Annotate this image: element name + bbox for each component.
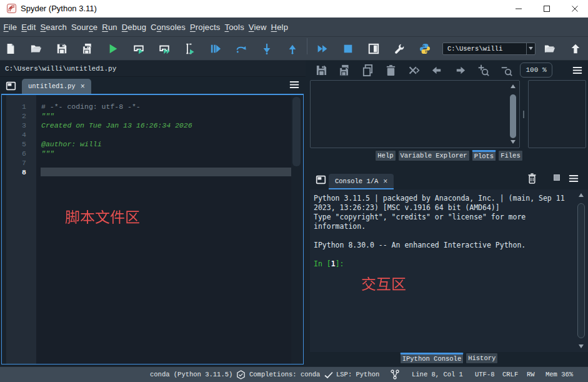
- scroll-up-icon[interactable]: [510, 83, 516, 89]
- console-line: information.: [314, 222, 565, 231]
- annotation-script-area: [65, 209, 140, 225]
- browse-working-directory-button[interactable]: [537, 38, 562, 59]
- continue-execution-button[interactable]: [309, 38, 335, 59]
- menu-consoles[interactable]: Consoles: [149, 20, 188, 34]
- run-cell-button[interactable]: [126, 38, 151, 59]
- console-tab-bar: Console 1/A ×: [310, 168, 588, 189]
- console-options-menu-button[interactable]: [569, 174, 579, 185]
- save-file-button[interactable]: [49, 38, 74, 59]
- encoding-status: UTF-8: [475, 367, 495, 382]
- editor-options-menu-button[interactable]: [289, 80, 299, 91]
- preferences-button[interactable]: [386, 38, 412, 59]
- menu-tools[interactable]: Tools: [222, 20, 246, 34]
- go-to-parent-directory-button[interactable]: [562, 38, 588, 59]
- tab-history[interactable]: History: [466, 353, 498, 364]
- previous-plot-button[interactable]: [426, 61, 449, 79]
- stop-debugging-button[interactable]: [335, 38, 361, 59]
- remove-all-plots-button[interactable]: [402, 61, 426, 79]
- plot-thumbnail-list: [528, 80, 586, 148]
- title-bar: Spyder (Python 3.11): [0, 0, 588, 18]
- zoom-out-button[interactable]: [495, 61, 518, 79]
- menu-view[interactable]: View: [246, 20, 269, 34]
- run-current-line-button[interactable]: [228, 38, 254, 59]
- plot-scrollbar-thumb[interactable]: [510, 94, 516, 138]
- editor-tab-close-icon[interactable]: ×: [81, 83, 85, 89]
- step-into-button[interactable]: [254, 38, 279, 59]
- code-text: # -*- coding: utf-8 -*-: [41, 102, 141, 111]
- menu-run[interactable]: Run: [100, 20, 119, 34]
- scroll-down-icon[interactable]: [510, 139, 516, 145]
- console-scrollbar-thumb[interactable]: [577, 203, 585, 338]
- working-directory-dropdown[interactable]: [526, 43, 535, 54]
- remove-plot-button[interactable]: [379, 61, 402, 79]
- plots-pane: 100 % HelpVariable ExplorerPlotsFiles: [310, 61, 588, 164]
- run-selection-button[interactable]: [177, 38, 202, 59]
- menu-debug[interactable]: Debug: [119, 20, 148, 34]
- tab-ipython-console[interactable]: IPython Console: [400, 353, 464, 364]
- tab-files[interactable]: Files: [498, 150, 523, 161]
- menu-help[interactable]: Help: [269, 20, 291, 34]
- editor-pane: C:\Users\willi\untitled1.py untitled1.py…: [0, 61, 306, 366]
- editor-tab-untitled1[interactable]: untitled1.py ×: [22, 79, 91, 94]
- console-scrollbar[interactable]: [576, 191, 587, 351]
- minimize-button[interactable]: [504, 0, 532, 18]
- close-console-button[interactable]: [527, 173, 537, 186]
- console-text: Python 3.11.5 | packaged by Anaconda, In…: [314, 194, 565, 269]
- plot-scrollbar[interactable]: [508, 82, 518, 146]
- console-bottom-tab-bar: IPython ConsoleHistory: [310, 353, 588, 366]
- code-area[interactable]: # -*- coding: utf-8 -*-"""Created on Tue…: [36, 95, 291, 364]
- editor-tab-label: untitled1.py: [28, 83, 76, 90]
- run-file-button[interactable]: [100, 38, 126, 59]
- step-return-button[interactable]: [279, 38, 305, 59]
- maximize-current-pane-button[interactable]: [361, 38, 386, 59]
- next-plot-button[interactable]: [449, 61, 472, 79]
- maximize-button[interactable]: [532, 0, 561, 18]
- line-number: 5: [7, 139, 26, 149]
- interpreter-status: conda (Python 3.11.5): [150, 367, 232, 382]
- toolbar-separator: [307, 38, 307, 54]
- close-button[interactable]: [561, 0, 588, 18]
- save-all-button[interactable]: [74, 38, 100, 59]
- editor-scrollbar[interactable]: [291, 95, 302, 364]
- code-line-1: # -*- coding: utf-8 -*-: [36, 102, 291, 111]
- pane-tab-bar: HelpVariable ExplorerPlotsFiles: [310, 150, 588, 164]
- plots-toolbar: 100 %: [310, 61, 588, 79]
- pythonpath-manager-button[interactable]: [412, 38, 437, 59]
- plots-splitter-handle[interactable]: [523, 111, 524, 118]
- menu-edit[interactable]: Edit: [19, 20, 38, 34]
- tab-help[interactable]: Help: [375, 150, 396, 161]
- console-tab-close-icon[interactable]: ×: [383, 178, 387, 184]
- annotation-char: [65, 209, 80, 225]
- console-pane: Console 1/A × Python 3.11.5 | packaged b…: [310, 168, 588, 366]
- save-all-plots-button[interactable]: [333, 61, 356, 79]
- editor-scrollbar-thumb[interactable]: [292, 97, 301, 166]
- menu-search[interactable]: Search: [38, 20, 69, 34]
- menu-projects[interactable]: Projects: [187, 20, 222, 34]
- menu-source[interactable]: Source: [69, 20, 99, 34]
- save-plot-button[interactable]: [310, 61, 333, 79]
- line-number: 7: [7, 158, 26, 168]
- debug-file-button[interactable]: [202, 38, 228, 59]
- plots-options-menu-button[interactable]: [572, 66, 582, 77]
- console-tab[interactable]: Console 1/A ×: [329, 174, 394, 189]
- menu-file[interactable]: File: [1, 20, 19, 34]
- code-editor[interactable]: 12345678 # -*- coding: utf-8 -*-"""Creat…: [1, 94, 304, 364]
- tab-variable-explorer[interactable]: Variable Explorer: [398, 150, 470, 161]
- tab-plots[interactable]: Plots: [472, 150, 497, 161]
- editor-browse-tabs-button[interactable]: [4, 79, 17, 93]
- copy-plot-button[interactable]: [356, 61, 379, 79]
- console-browse-tabs-button[interactable]: [314, 173, 327, 186]
- open-file-button[interactable]: [23, 38, 49, 59]
- new-file-button[interactable]: [0, 38, 23, 59]
- console-output[interactable]: Python 3.11.5 | packaged by Anaconda, In…: [310, 189, 588, 352]
- scroll-down-icon[interactable]: [578, 343, 584, 349]
- zoom-in-button[interactable]: [472, 61, 495, 79]
- working-directory-combo[interactable]: C:\Users\willi: [442, 43, 536, 55]
- line-number: 4: [7, 130, 26, 139]
- code-text: """: [41, 149, 54, 158]
- interrupt-kernel-button[interactable]: [554, 174, 560, 181]
- scroll-up-icon[interactable]: [578, 192, 584, 198]
- run-cell-and-advance-button[interactable]: [151, 38, 177, 59]
- annotation-char: [361, 276, 376, 292]
- permissions-status: RW: [527, 367, 535, 382]
